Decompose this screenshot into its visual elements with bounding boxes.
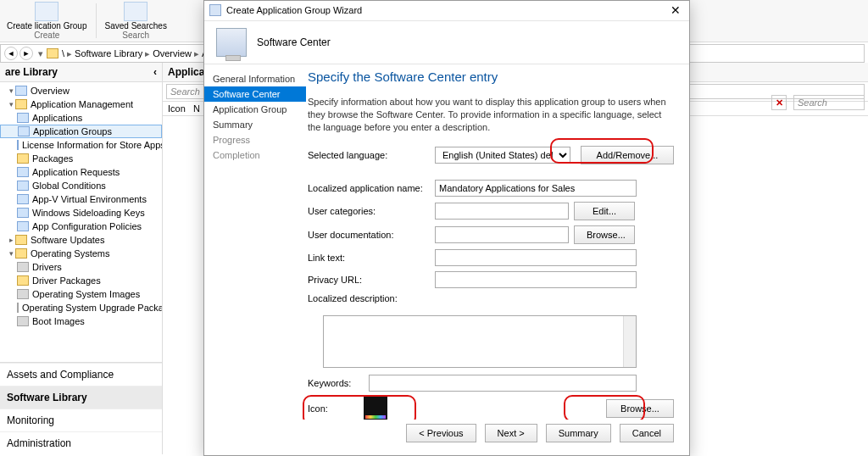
wb-software-library[interactable]: Software Library <box>0 386 162 409</box>
nav-forward-button[interactable]: ► <box>19 47 33 60</box>
cancel-button[interactable]: Cancel <box>620 424 674 442</box>
step-application-group[interactable]: Application Group <box>204 102 306 117</box>
clear-search-button[interactable]: ✕ <box>771 95 787 110</box>
step-software-center[interactable]: Software Center <box>204 86 306 102</box>
tree-application-groups[interactable]: Application Groups <box>0 125 162 138</box>
privacy-url-label: Privacy URL: <box>308 275 435 285</box>
tree-app-requests[interactable]: Application Requests <box>0 165 162 179</box>
localized-desc-label: Localized description: <box>308 293 435 303</box>
tree-drivers[interactable]: Drivers <box>0 260 162 274</box>
ribbon-create-group[interactable]: Create lication Group Create <box>2 0 92 42</box>
folder-icon <box>47 48 58 58</box>
keywords-input[interactable] <box>369 375 637 392</box>
banner-graphic <box>216 28 247 57</box>
tree-app-config[interactable]: App Configuration Policies <box>0 220 162 233</box>
dialog-title: Create Application Group Wizard <box>226 5 362 15</box>
close-button[interactable]: ✕ <box>667 3 684 17</box>
ribbon-saved-searches[interactable]: Saved Searches Search <box>100 0 172 42</box>
browse-icon-button[interactable]: Browse... <box>606 399 674 418</box>
navpane-collapse-icon[interactable]: ‹ <box>153 66 157 78</box>
tree-driver-packages[interactable]: Driver Packages <box>0 274 162 287</box>
next-button[interactable]: Next > <box>485 424 537 442</box>
user-doc-label: User documentation: <box>308 230 435 240</box>
textarea-scrollbar[interactable] <box>623 316 636 367</box>
tree-os[interactable]: ▾Operating Systems <box>0 247 162 260</box>
breadcrumb-root[interactable]: \ <box>62 48 64 58</box>
dialog-icon <box>209 4 221 16</box>
nav-back-button[interactable]: ◄ <box>4 47 18 60</box>
add-remove-button[interactable]: Add/Remove... <box>581 146 674 164</box>
ribbon-search-caption: Search <box>122 31 149 40</box>
breadcrumb-software-library[interactable]: Software Library <box>75 48 142 58</box>
step-general[interactable]: General Information <box>204 71 306 86</box>
ribbon-create-group-label: Create lication Group <box>7 22 87 31</box>
breadcrumb-overview[interactable]: Overview <box>153 48 192 58</box>
user-categories-label: User categories: <box>308 206 435 216</box>
tree-os-images[interactable]: Operating System Images <box>0 287 162 301</box>
selected-language-label: Selected language: <box>308 150 435 160</box>
tree-boot-images[interactable]: Boot Images <box>0 314 162 328</box>
localized-desc-textarea[interactable] <box>323 315 637 368</box>
create-app-group-wizard: Create Application Group Wizard ✕ Softwa… <box>203 0 690 456</box>
grid-col-name[interactable]: N <box>193 103 200 114</box>
wb-assets[interactable]: Assets and Compliance <box>0 363 162 386</box>
tree-app-mgmt[interactable]: ▾Application Management <box>0 97 162 111</box>
user-doc-input[interactable] <box>435 226 569 243</box>
right-search-input[interactable]: Search <box>793 95 865 110</box>
tree-global-conditions[interactable]: Global Conditions <box>0 179 162 192</box>
previous-button[interactable]: < Previous <box>406 424 476 442</box>
keywords-label: Keywords: <box>308 378 369 388</box>
banner-title: Software Center <box>257 36 331 48</box>
page-heading: Specify the Software Center entry <box>308 70 674 84</box>
nav-tree[interactable]: ▾Overview ▾Application Management Applic… <box>0 82 162 362</box>
localized-name-label: Localized application name: <box>308 183 435 193</box>
tree-overview[interactable]: ▾Overview <box>0 84 162 97</box>
grid-col-icon[interactable]: Icon <box>168 103 186 114</box>
tree-packages[interactable]: Packages <box>0 152 162 165</box>
link-text-input[interactable] <box>435 249 637 266</box>
ribbon-saved-searches-label: Saved Searches <box>105 22 167 31</box>
link-text-label: Link text: <box>308 253 435 263</box>
icon-label: Icon: <box>308 403 359 414</box>
step-completion: Completion <box>204 147 306 163</box>
edit-categories-button[interactable]: Edit... <box>574 202 635 220</box>
step-summary[interactable]: Summary <box>204 117 306 132</box>
step-progress: Progress <box>204 132 306 147</box>
page-description: Specify information about how you want t… <box>308 96 674 134</box>
tree-os-upgrade[interactable]: Operating System Upgrade Packages <box>0 301 162 314</box>
ribbon-create-caption: Create <box>34 31 59 40</box>
selected-language-select[interactable]: English (United States) default <box>435 147 570 164</box>
tree-software-updates[interactable]: ▸Software Updates <box>0 233 162 247</box>
browse-doc-button[interactable]: Browse... <box>574 225 635 244</box>
privacy-url-input[interactable] <box>435 271 637 288</box>
wb-monitoring[interactable]: Monitoring <box>0 409 162 431</box>
localized-name-input[interactable] <box>435 180 637 197</box>
tree-appv[interactable]: App-V Virtual Environments <box>0 192 162 206</box>
tree-applications[interactable]: Applications <box>0 111 162 125</box>
tree-license-info[interactable]: License Information for Store Apps <box>0 138 162 152</box>
wizard-steps: General Information Software Center Appl… <box>204 64 306 420</box>
navpane-title: are Library <box>5 66 58 78</box>
tree-sideloading[interactable]: Windows Sideloading Keys <box>0 206 162 220</box>
icon-preview <box>364 397 387 420</box>
wb-administration[interactable]: Administration <box>0 431 162 454</box>
summary-button[interactable]: Summary <box>546 424 611 442</box>
user-categories-input[interactable] <box>435 203 569 220</box>
